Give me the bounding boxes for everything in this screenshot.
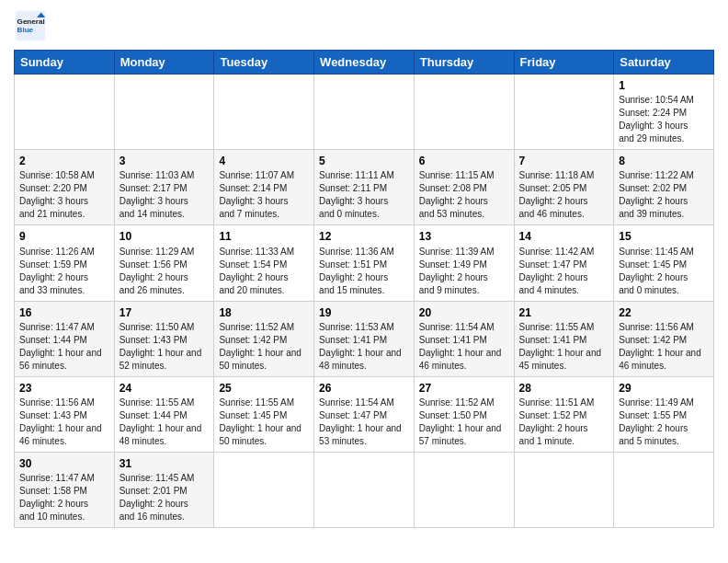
empty-cell	[414, 452, 514, 527]
day-info: Sunrise: 11:52 AM Sunset: 1:50 PM Daylig…	[419, 396, 509, 448]
day-number: 26	[319, 381, 409, 396]
day-number: 31	[119, 456, 210, 471]
day-info: Sunrise: 11:55 AM Sunset: 1:44 PM Daylig…	[119, 396, 210, 448]
calendar-day-7: 7Sunrise: 11:18 AM Sunset: 2:05 PM Dayli…	[514, 150, 614, 225]
day-number: 12	[319, 229, 409, 244]
col-header-tuesday: Tuesday	[214, 51, 314, 75]
calendar-day-20: 20Sunrise: 11:54 AM Sunset: 1:41 PM Dayl…	[414, 301, 514, 376]
calendar-day-4: 4Sunrise: 11:07 AM Sunset: 2:14 PM Dayli…	[214, 150, 314, 225]
day-info: Sunrise: 11:22 AM Sunset: 2:02 PM Daylig…	[619, 169, 709, 221]
calendar-day-23: 23Sunrise: 11:56 AM Sunset: 1:43 PM Dayl…	[15, 376, 115, 452]
calendar-day-16: 16Sunrise: 11:47 AM Sunset: 1:44 PM Dayl…	[15, 301, 115, 376]
page-header: General Blue	[14, 9, 714, 42]
calendar-day-9: 9Sunrise: 11:26 AM Sunset: 1:59 PM Dayli…	[15, 225, 115, 301]
day-number: 16	[19, 305, 109, 320]
svg-text:Blue: Blue	[17, 26, 34, 34]
col-header-friday: Friday	[514, 51, 614, 75]
day-number: 28	[519, 381, 609, 396]
day-info: Sunrise: 11:47 AM Sunset: 1:58 PM Daylig…	[19, 472, 109, 523]
day-info: Sunrise: 11:45 AM Sunset: 1:45 PM Daylig…	[619, 246, 709, 297]
day-number: 21	[519, 305, 609, 320]
day-number: 5	[319, 154, 409, 168]
col-header-monday: Monday	[114, 51, 214, 75]
empty-cell	[114, 75, 214, 150]
calendar-day-8: 8Sunrise: 11:22 AM Sunset: 2:02 PM Dayli…	[614, 150, 714, 225]
day-number: 9	[19, 229, 109, 244]
day-info: Sunrise: 11:49 AM Sunset: 1:55 PM Daylig…	[619, 396, 709, 448]
day-info: Sunrise: 11:53 AM Sunset: 1:41 PM Daylig…	[319, 321, 409, 373]
empty-cell	[214, 452, 314, 527]
calendar-week-1: 1Sunrise: 10:54 AM Sunset: 2:24 PM Dayli…	[15, 75, 714, 150]
calendar-day-19: 19Sunrise: 11:53 AM Sunset: 1:41 PM Dayl…	[314, 301, 415, 376]
calendar-week-2: 2Sunrise: 10:58 AM Sunset: 2:20 PM Dayli…	[15, 150, 714, 225]
logo-icon: General Blue	[14, 9, 47, 42]
calendar-day-2: 2Sunrise: 10:58 AM Sunset: 2:20 PM Dayli…	[15, 150, 115, 225]
day-info: Sunrise: 11:56 AM Sunset: 1:42 PM Daylig…	[619, 321, 709, 373]
day-info: Sunrise: 11:52 AM Sunset: 1:42 PM Daylig…	[219, 321, 309, 373]
day-info: Sunrise: 11:18 AM Sunset: 2:05 PM Daylig…	[519, 169, 609, 221]
day-info: Sunrise: 11:26 AM Sunset: 1:59 PM Daylig…	[19, 246, 109, 297]
day-info: Sunrise: 11:36 AM Sunset: 1:51 PM Daylig…	[319, 246, 409, 297]
day-info: Sunrise: 11:45 AM Sunset: 2:01 PM Daylig…	[119, 472, 210, 523]
calendar-day-24: 24Sunrise: 11:55 AM Sunset: 1:44 PM Dayl…	[114, 376, 214, 452]
col-header-wednesday: Wednesday	[314, 51, 415, 75]
page-container: General Blue SundayMondayTuesdayWednesda…	[0, 0, 728, 537]
day-number: 27	[419, 381, 509, 396]
calendar-day-22: 22Sunrise: 11:56 AM Sunset: 1:42 PM Dayl…	[614, 301, 714, 376]
day-info: Sunrise: 11:51 AM Sunset: 1:52 PM Daylig…	[519, 396, 609, 448]
day-number: 22	[619, 305, 709, 320]
day-number: 29	[619, 381, 709, 396]
day-info: Sunrise: 11:55 AM Sunset: 1:45 PM Daylig…	[219, 396, 309, 448]
empty-cell	[314, 452, 415, 527]
empty-cell	[514, 452, 614, 527]
day-info: Sunrise: 11:55 AM Sunset: 1:41 PM Daylig…	[519, 321, 609, 373]
day-info: Sunrise: 11:56 AM Sunset: 1:43 PM Daylig…	[19, 396, 109, 448]
day-info: Sunrise: 11:33 AM Sunset: 1:54 PM Daylig…	[219, 246, 309, 297]
day-number: 10	[119, 229, 210, 244]
day-info: Sunrise: 10:54 AM Sunset: 2:24 PM Daylig…	[619, 94, 709, 145]
empty-cell	[214, 75, 314, 150]
day-info: Sunrise: 10:58 AM Sunset: 2:20 PM Daylig…	[19, 169, 109, 221]
day-info: Sunrise: 11:29 AM Sunset: 1:56 PM Daylig…	[119, 246, 210, 297]
calendar-week-5: 23Sunrise: 11:56 AM Sunset: 1:43 PM Dayl…	[15, 376, 714, 452]
calendar-day-15: 15Sunrise: 11:45 AM Sunset: 1:45 PM Dayl…	[614, 225, 714, 301]
day-number: 30	[19, 456, 109, 471]
day-number: 3	[119, 154, 210, 168]
svg-text:General: General	[17, 17, 45, 26]
calendar-day-10: 10Sunrise: 11:29 AM Sunset: 1:56 PM Dayl…	[114, 225, 214, 301]
day-number: 13	[419, 229, 509, 244]
day-number: 1	[619, 78, 709, 93]
calendar-day-6: 6Sunrise: 11:15 AM Sunset: 2:08 PM Dayli…	[414, 150, 514, 225]
day-number: 17	[119, 305, 210, 320]
logo: General Blue	[14, 9, 51, 42]
calendar-day-26: 26Sunrise: 11:54 AM Sunset: 1:47 PM Dayl…	[314, 376, 415, 452]
day-number: 24	[119, 381, 210, 396]
day-number: 4	[219, 154, 309, 168]
calendar-day-30: 30Sunrise: 11:47 AM Sunset: 1:58 PM Dayl…	[15, 452, 115, 527]
day-info: Sunrise: 11:47 AM Sunset: 1:44 PM Daylig…	[19, 321, 109, 373]
day-info: Sunrise: 11:11 AM Sunset: 2:11 PM Daylig…	[319, 169, 409, 221]
calendar-day-12: 12Sunrise: 11:36 AM Sunset: 1:51 PM Dayl…	[314, 225, 415, 301]
calendar-day-1: 1Sunrise: 10:54 AM Sunset: 2:24 PM Dayli…	[614, 75, 714, 150]
calendar-table: SundayMondayTuesdayWednesdayThursdayFrid…	[14, 50, 714, 528]
day-number: 6	[419, 154, 509, 168]
day-info: Sunrise: 11:03 AM Sunset: 2:17 PM Daylig…	[119, 169, 210, 221]
day-number: 19	[319, 305, 409, 320]
calendar-day-21: 21Sunrise: 11:55 AM Sunset: 1:41 PM Dayl…	[514, 301, 614, 376]
empty-cell	[15, 75, 115, 150]
calendar-day-13: 13Sunrise: 11:39 AM Sunset: 1:49 PM Dayl…	[414, 225, 514, 301]
day-number: 14	[519, 229, 609, 244]
day-info: Sunrise: 11:07 AM Sunset: 2:14 PM Daylig…	[219, 169, 309, 221]
calendar-day-31: 31Sunrise: 11:45 AM Sunset: 2:01 PM Dayl…	[114, 452, 214, 527]
calendar-day-27: 27Sunrise: 11:52 AM Sunset: 1:50 PM Dayl…	[414, 376, 514, 452]
calendar-day-14: 14Sunrise: 11:42 AM Sunset: 1:47 PM Dayl…	[514, 225, 614, 301]
empty-cell	[414, 75, 514, 150]
calendar-day-25: 25Sunrise: 11:55 AM Sunset: 1:45 PM Dayl…	[214, 376, 314, 452]
day-number: 11	[219, 229, 309, 244]
col-header-saturday: Saturday	[614, 51, 714, 75]
day-number: 15	[619, 229, 709, 244]
calendar-day-3: 3Sunrise: 11:03 AM Sunset: 2:17 PM Dayli…	[114, 150, 214, 225]
calendar-day-11: 11Sunrise: 11:33 AM Sunset: 1:54 PM Dayl…	[214, 225, 314, 301]
day-info: Sunrise: 11:50 AM Sunset: 1:43 PM Daylig…	[119, 321, 210, 373]
calendar-header-row: SundayMondayTuesdayWednesdayThursdayFrid…	[15, 51, 714, 75]
